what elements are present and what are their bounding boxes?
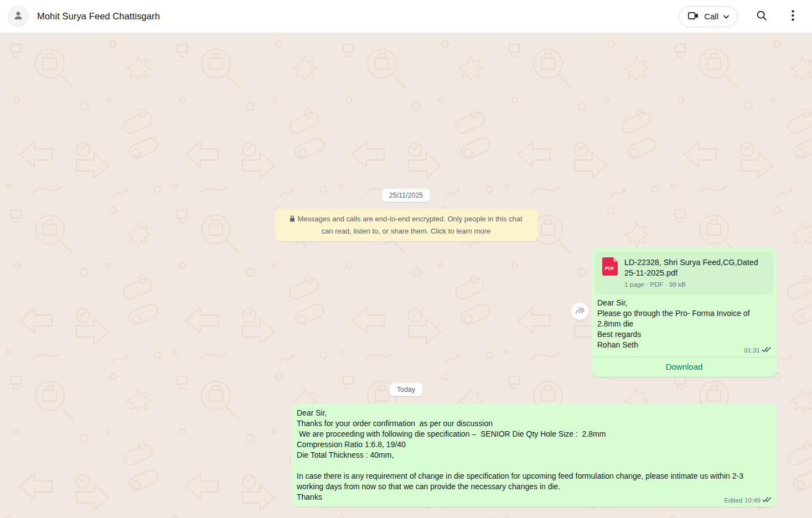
search-button[interactable] (754, 9, 769, 24)
video-camera-icon (687, 10, 699, 23)
contact-avatar[interactable] (8, 6, 28, 27)
forward-button[interactable] (571, 303, 588, 320)
message-bubble: Dear Sir, Thanks for your order confirma… (292, 404, 777, 507)
message-text: Dear Sir, Please go through the Pro- For… (597, 298, 771, 350)
message-text: Dear Sir, Thanks for your order confirma… (297, 408, 772, 503)
file-name: LD-22328, Shri Surya Feed,CG,Dated 25-11… (624, 257, 766, 278)
call-button[interactable]: Call (679, 6, 738, 27)
encryption-notice[interactable]: Messages and calls are end-to-end encryp… (275, 209, 537, 241)
lock-icon (289, 214, 295, 225)
whatsapp-chat-window: Mohit Surya Feed Chattisgarh Call (0, 0, 812, 518)
chat-message-area: 25/11/2025 Messages and calls are end-to… (0, 33, 812, 518)
encryption-notice-text: Messages and calls are end-to-end encryp… (297, 215, 522, 235)
menu-button[interactable] (785, 9, 800, 24)
file-info: LD-22328, Shri Surya Feed,CG,Dated 25-11… (624, 257, 766, 288)
search-icon (756, 9, 768, 23)
message-time: 01:31 (744, 347, 760, 354)
person-icon (12, 9, 24, 24)
double-check-icon (762, 496, 772, 504)
edited-label: Edited (725, 497, 743, 504)
download-label: Download (666, 362, 703, 371)
download-button[interactable]: Download (592, 357, 777, 377)
file-meta: 1 page · PDF · 99 kB (624, 281, 766, 288)
chat-title[interactable]: Mohit Surya Feed Chattisgarh (37, 11, 160, 22)
call-button-label: Call (704, 12, 718, 21)
pdf-attachment[interactable]: PDF LD-22328, Shri Surya Feed,CG,Dated 2… (595, 251, 773, 294)
message-body: Dear Sir, Please go through the Pro- For… (595, 294, 773, 355)
message-meta: Edited 10:49 (725, 496, 772, 504)
svg-text:PDF: PDF (605, 266, 614, 271)
message-bubble: PDF LD-22328, Shri Surya Feed,CG,Dated 2… (592, 248, 777, 377)
chevron-down-icon (723, 12, 729, 20)
message-time: 10:49 (744, 497, 761, 504)
header-actions: Call (679, 6, 800, 27)
message-row-outgoing-long: Dear Sir, Thanks for your order confirma… (292, 404, 777, 507)
kebab-menu-icon (792, 10, 794, 23)
message-row-outgoing-pdf: PDF LD-22328, Shri Surya Feed,CG,Dated 2… (571, 248, 777, 377)
message-meta: 01:31 (744, 346, 771, 354)
date-badge: 25/11/2025 (382, 189, 431, 202)
chat-header: Mohit Surya Feed Chattisgarh Call (0, 0, 812, 33)
date-badge-today: Today (390, 383, 422, 396)
double-check-icon (762, 346, 771, 354)
pdf-file-icon: PDF (602, 257, 618, 278)
forward-arrow-icon (575, 307, 585, 316)
